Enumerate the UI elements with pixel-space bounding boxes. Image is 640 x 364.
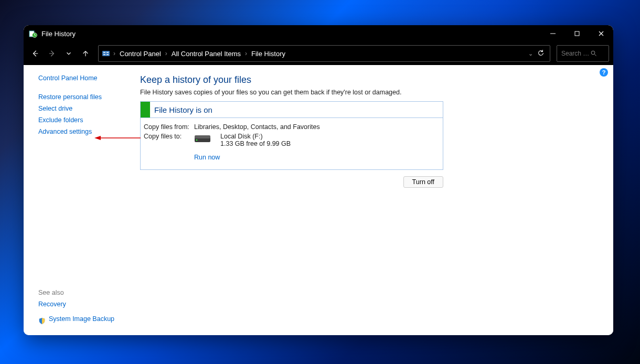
recent-locations-button[interactable]	[61, 46, 76, 61]
up-button[interactable]	[78, 46, 93, 61]
search-icon	[591, 50, 597, 57]
address-bar[interactable]: › Control Panel › All Control Panel Item…	[98, 45, 550, 62]
drive-icon	[194, 134, 211, 144]
content-area: Control Panel Home Restore personal file…	[24, 65, 613, 335]
svg-point-8	[591, 51, 595, 55]
chevron-right-icon[interactable]: ›	[164, 50, 168, 57]
minimize-button[interactable]	[541, 25, 565, 42]
status-text: File History is on	[150, 105, 212, 114]
run-now-link[interactable]: Run now	[194, 154, 220, 161]
svg-rect-5	[106, 52, 109, 53]
sidebar-system-image-backup[interactable]: System Image Backup	[49, 315, 114, 323]
forward-button[interactable]	[45, 46, 59, 61]
sidebar-control-panel-home[interactable]: Control Panel Home	[38, 74, 134, 82]
turn-off-button[interactable]: Turn off	[403, 176, 443, 188]
window-title: File History	[41, 30, 76, 38]
svg-point-11	[196, 140, 198, 141]
chevron-right-icon[interactable]: ›	[244, 50, 248, 57]
sidebar: Control Panel Home Restore personal file…	[24, 65, 134, 335]
page-heading: Keep a history of your files	[140, 74, 602, 85]
sidebar-select-drive[interactable]: Select drive	[38, 105, 134, 112]
svg-rect-7	[106, 54, 109, 55]
search-input[interactable]	[561, 50, 591, 57]
page-description: File History saves copies of your files …	[140, 89, 602, 96]
search-box[interactable]	[557, 45, 609, 62]
main-panel: ? Keep a history of your files File Hist…	[134, 65, 613, 335]
drive-name: Local Disk (F:)	[220, 133, 291, 140]
copy-from-label: Copy files from:	[144, 123, 194, 131]
back-button[interactable]	[28, 46, 42, 61]
breadcrumb-control-panel[interactable]: Control Panel	[119, 49, 162, 59]
breadcrumb-file-history[interactable]: File History	[250, 49, 286, 59]
shield-icon	[38, 317, 46, 325]
refresh-button[interactable]	[535, 49, 547, 58]
chevron-right-icon[interactable]: ›	[112, 50, 116, 57]
drive-free-space: 1.33 GB free of 9.99 GB	[220, 140, 291, 147]
sidebar-recovery[interactable]: Recovery	[38, 301, 66, 308]
sidebar-restore-personal-files[interactable]: Restore personal files	[38, 93, 134, 101]
copy-to-label: Copy files to:	[144, 133, 194, 161]
svg-rect-4	[103, 52, 105, 53]
file-history-app-icon	[29, 29, 37, 38]
sidebar-advanced-settings[interactable]: Advanced settings	[38, 128, 134, 135]
maximize-button[interactable]	[565, 25, 589, 42]
copy-from-value: Libraries, Desktop, Contacts, and Favori…	[194, 123, 440, 131]
control-panel-icon	[102, 49, 110, 58]
titlebar: File History	[24, 25, 613, 42]
help-button[interactable]: ?	[600, 68, 608, 77]
navigation-bar: › Control Panel › All Control Panel Item…	[24, 42, 613, 65]
status-header: File History is on	[141, 102, 443, 117]
sidebar-exclude-folders[interactable]: Exclude folders	[38, 116, 134, 124]
breadcrumb-all-items[interactable]: All Control Panel Items	[170, 49, 242, 59]
status-indicator-icon	[141, 102, 150, 117]
chevron-down-icon[interactable]: ⌄	[528, 50, 533, 57]
status-box: File History is on Copy files from: Libr…	[140, 101, 443, 170]
svg-rect-6	[103, 54, 105, 55]
svg-rect-2	[575, 31, 579, 36]
svg-rect-10	[195, 135, 210, 138]
close-button[interactable]	[589, 25, 613, 42]
file-history-window: File History	[24, 25, 613, 335]
see-also-header: See also	[38, 289, 134, 296]
svg-rect-3	[102, 51, 110, 56]
